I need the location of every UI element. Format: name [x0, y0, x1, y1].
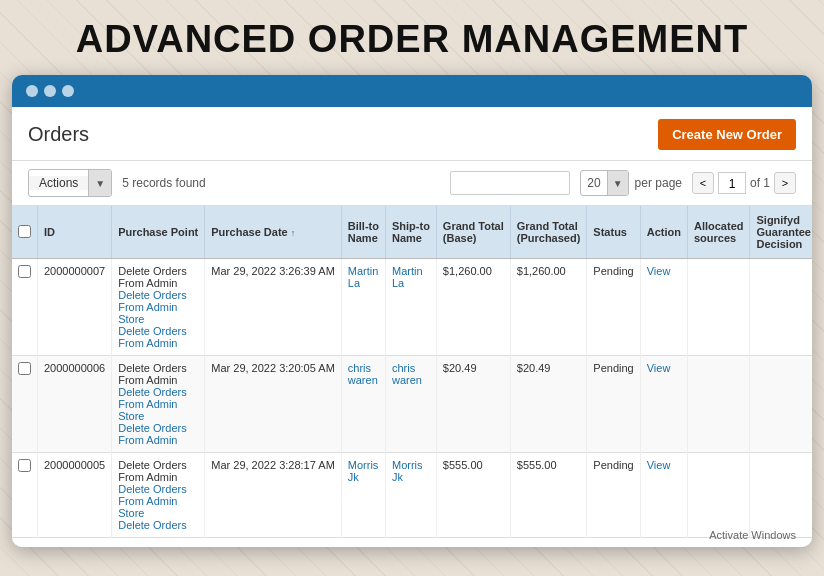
row-purchase-date: Mar 29, 2022 3:26:39 AM: [205, 259, 342, 356]
search-input[interactable]: [450, 171, 570, 195]
row-bill-to-name: Morris Jk: [341, 453, 385, 538]
sort-icon: ↑: [291, 228, 296, 238]
col-header-action: Action: [640, 206, 687, 259]
col-header-bill-to-name: Bill-toName: [341, 206, 385, 259]
browser-content: Orders Create New Order Actions ▼ 5 reco…: [12, 107, 812, 547]
purchase-point-link[interactable]: Delete Orders From Admin Store: [118, 386, 186, 422]
row-status: Pending: [587, 356, 640, 453]
row-action-view-link[interactable]: View: [647, 265, 671, 277]
row-grand-total-base: $555.00: [436, 453, 510, 538]
row-signifyd: [750, 259, 812, 356]
row-action-view-link[interactable]: View: [647, 459, 671, 471]
table-row: 2000000007Delete Orders From AdminDelete…: [12, 259, 812, 356]
table-row: 2000000006Delete Orders From AdminDelete…: [12, 356, 812, 453]
browser-dot-3: [62, 85, 74, 97]
total-pages: of 1: [750, 176, 770, 190]
row-grand-total-base: $1,260.00: [436, 259, 510, 356]
row-grand-total-purchased: $555.00: [510, 453, 587, 538]
row-action: View: [640, 259, 687, 356]
row-bill-to-name: chris waren: [341, 356, 385, 453]
row-signifyd: [750, 453, 812, 538]
per-page-arrow: ▼: [607, 171, 628, 195]
activate-watermark: Activate Windows: [709, 529, 796, 541]
row-bill-to-name: Martin La: [341, 259, 385, 356]
purchase-point-link[interactable]: Delete Orders From Admin Store: [118, 483, 186, 519]
next-page-button[interactable]: >: [774, 172, 796, 194]
page-title: ADVANCED ORDER MANAGEMENT: [0, 0, 824, 75]
row-action: View: [640, 453, 687, 538]
toolbar: Actions ▼ 5 records found 20 ▼ per page …: [12, 161, 812, 206]
orders-section-title: Orders: [28, 123, 89, 146]
per-page-label: per page: [635, 176, 682, 190]
row-checkbox-0[interactable]: [18, 265, 31, 278]
row-checkbox-cell: [12, 259, 38, 356]
row-ship-to-name: Morris Jk: [385, 453, 436, 538]
per-page-area: 20 ▼ per page: [580, 170, 682, 196]
row-grand-total-purchased: $20.49: [510, 356, 587, 453]
row-action-view-link[interactable]: View: [647, 362, 671, 374]
col-header-purchase-point: Purchase Point: [112, 206, 205, 259]
prev-page-button[interactable]: <: [692, 172, 714, 194]
col-header-id: ID: [38, 206, 112, 259]
actions-dropdown-arrow: ▼: [88, 170, 111, 196]
col-header-checkbox[interactable]: [12, 206, 38, 259]
actions-dropdown[interactable]: Actions ▼: [28, 169, 112, 197]
row-action: View: [640, 356, 687, 453]
col-header-status: Status: [587, 206, 640, 259]
current-page: 1: [718, 172, 746, 194]
row-status: Pending: [587, 453, 640, 538]
orders-table: ID Purchase Point Purchase Date ↑ Bill-t…: [12, 206, 812, 538]
row-purchase-date: Mar 29, 2022 3:20:05 AM: [205, 356, 342, 453]
row-checkbox-cell: [12, 453, 38, 538]
row-purchase-date: Mar 29, 2022 3:28:17 AM: [205, 453, 342, 538]
col-header-grand-total-base: Grand Total(Base): [436, 206, 510, 259]
purchase-point-link[interactable]: Delete Orders From Admin: [118, 325, 186, 349]
row-grand-total-base: $20.49: [436, 356, 510, 453]
row-ship-to-name: chris waren: [385, 356, 436, 453]
per-page-value: 20: [581, 176, 606, 190]
row-allocated-sources: [687, 453, 750, 538]
row-id: 2000000005: [38, 453, 112, 538]
actions-label: Actions: [29, 176, 88, 190]
browser-titlebar: [12, 75, 812, 107]
per-page-select[interactable]: 20 ▼: [580, 170, 628, 196]
table-row: 2000000005Delete Orders From AdminDelete…: [12, 453, 812, 538]
row-signifyd: [750, 356, 812, 453]
purchase-point-link[interactable]: Delete Orders: [118, 519, 186, 531]
col-header-signifyd: SignifydGuaranteeDecision: [750, 206, 812, 259]
row-checkbox-1[interactable]: [18, 362, 31, 375]
pagination: < 1 of 1 >: [692, 172, 796, 194]
col-header-ship-to-name: Ship-toName: [385, 206, 436, 259]
row-allocated-sources: [687, 356, 750, 453]
row-purchase-point: Delete Orders From AdminDelete Orders Fr…: [112, 356, 205, 453]
records-found: 5 records found: [122, 176, 440, 190]
row-id: 2000000006: [38, 356, 112, 453]
col-header-allocated-sources: Allocatedsources: [687, 206, 750, 259]
row-checkbox-cell: [12, 356, 38, 453]
create-new-order-button[interactable]: Create New Order: [658, 119, 796, 150]
row-checkbox-2[interactable]: [18, 459, 31, 472]
row-id: 2000000007: [38, 259, 112, 356]
row-purchase-point: Delete Orders From AdminDelete Orders Fr…: [112, 453, 205, 538]
row-grand-total-purchased: $1,260.00: [510, 259, 587, 356]
orders-header: Orders Create New Order: [12, 107, 812, 161]
purchase-point-link[interactable]: Delete Orders From Admin Store: [118, 289, 186, 325]
browser-dot-1: [26, 85, 38, 97]
purchase-point-link[interactable]: Delete Orders From Admin: [118, 422, 186, 446]
col-header-grand-total-purchased: Grand Total(Purchased): [510, 206, 587, 259]
browser-window: Orders Create New Order Actions ▼ 5 reco…: [12, 75, 812, 547]
col-header-purchase-date[interactable]: Purchase Date ↑: [205, 206, 342, 259]
row-ship-to-name: Martin La: [385, 259, 436, 356]
row-status: Pending: [587, 259, 640, 356]
select-all-checkbox[interactable]: [18, 225, 31, 238]
row-allocated-sources: [687, 259, 750, 356]
row-purchase-point: Delete Orders From AdminDelete Orders Fr…: [112, 259, 205, 356]
browser-dot-2: [44, 85, 56, 97]
